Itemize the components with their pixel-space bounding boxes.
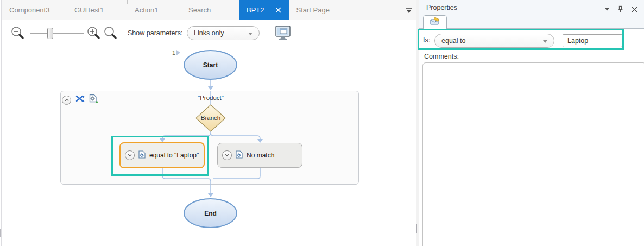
zoom-out-icon[interactable] — [10, 26, 26, 41]
collapse-group-button[interactable] — [62, 96, 71, 105]
zoom-slider-thumb[interactable] — [47, 28, 53, 39]
end-node[interactable]: End — [184, 198, 237, 228]
tab-label: BPT2 — [247, 6, 264, 14]
display-view-icon[interactable] — [274, 25, 292, 41]
tab-label: Action1 — [135, 6, 158, 14]
branch-group-box[interactable] — [60, 91, 359, 185]
step-marker: 1 — [172, 49, 180, 56]
app-root: Component3 GUITest1 Action1 Search BPT2 … — [0, 0, 644, 246]
tab-label: Search — [188, 6, 211, 14]
vertical-splitter-grip[interactable] — [416, 224, 418, 233]
properties-tab[interactable] — [423, 15, 447, 29]
tab-start-page[interactable]: Start Page — [289, 0, 349, 20]
tab-label: GUITest1 — [74, 6, 104, 14]
is-label: Is: — [423, 36, 430, 44]
expand-node-button[interactable] — [222, 150, 232, 160]
pin-icon[interactable] — [616, 5, 624, 14]
editor-pane: Component3 GUITest1 Action1 Search BPT2 … — [0, 0, 416, 246]
branch-label[interactable]: Branch — [192, 115, 230, 121]
branch-parameter-label: "Product" — [184, 94, 238, 101]
annotation-highlight-is-row: Is: equal to — [418, 29, 624, 50]
tab-guitest1[interactable]: GUITest1 — [67, 0, 127, 20]
tab-component3[interactable]: Component3 — [2, 0, 67, 20]
branch-flow-icon[interactable] — [75, 95, 85, 105]
tab-search[interactable]: Search — [181, 0, 239, 20]
properties-panel: Properties Is: — [419, 0, 644, 246]
dropdown-value: equal to — [441, 37, 465, 45]
properties-panel-title: Properties — [426, 4, 457, 11]
panel-menu-icon[interactable] — [603, 5, 611, 14]
expand-node-button[interactable] — [125, 150, 135, 160]
dropdown-value: Links only — [194, 29, 224, 37]
zoom-in-icon[interactable] — [86, 26, 102, 41]
is-operator-dropdown[interactable]: equal to — [434, 34, 554, 48]
zoom-slider-track[interactable] — [30, 33, 84, 34]
flow-canvas[interactable]: 1 Start — [2, 46, 416, 246]
condition-node-selected[interactable]: equal to "Laptop" — [119, 142, 205, 168]
comments-textarea[interactable] — [422, 62, 644, 246]
chevron-down-icon — [543, 40, 547, 43]
group-header-icons — [62, 94, 98, 106]
close-tab-icon[interactable] — [275, 7, 281, 13]
condition-label: equal to "Laptop" — [149, 152, 199, 159]
step-number: 1 — [172, 49, 175, 56]
condition-doc-icon — [236, 150, 243, 160]
is-value-input[interactable] — [563, 34, 622, 47]
tab-label: Start Page — [296, 6, 330, 14]
canvas-toolbar: Show parameters: Links only — [2, 20, 416, 46]
tab-overflow-icon[interactable] — [405, 7, 414, 14]
document-tabbar: Component3 GUITest1 Action1 Search BPT2 … — [2, 0, 416, 20]
tab-bpt2-active[interactable]: BPT2 — [239, 0, 289, 20]
properties-tab-icon — [430, 17, 440, 28]
end-label: End — [204, 210, 217, 217]
condition-label: No match — [247, 152, 274, 159]
show-parameters-dropdown[interactable]: Links only — [187, 26, 260, 40]
step-arrow-icon — [176, 50, 180, 55]
start-node[interactable]: Start — [184, 50, 237, 80]
show-parameters-label: Show parameters: — [128, 20, 182, 46]
condition-node-default[interactable]: No match — [217, 143, 302, 168]
add-condition-icon[interactable] — [89, 94, 98, 106]
close-panel-icon[interactable] — [630, 5, 639, 14]
start-label: Start — [203, 61, 218, 69]
tab-label: Component3 — [9, 6, 49, 14]
tab-action1[interactable]: Action1 — [127, 0, 181, 20]
zoom-fit-icon[interactable] — [103, 26, 118, 41]
comments-label: Comments: — [424, 53, 459, 60]
chevron-down-icon — [248, 33, 252, 35]
condition-doc-icon — [138, 150, 146, 160]
